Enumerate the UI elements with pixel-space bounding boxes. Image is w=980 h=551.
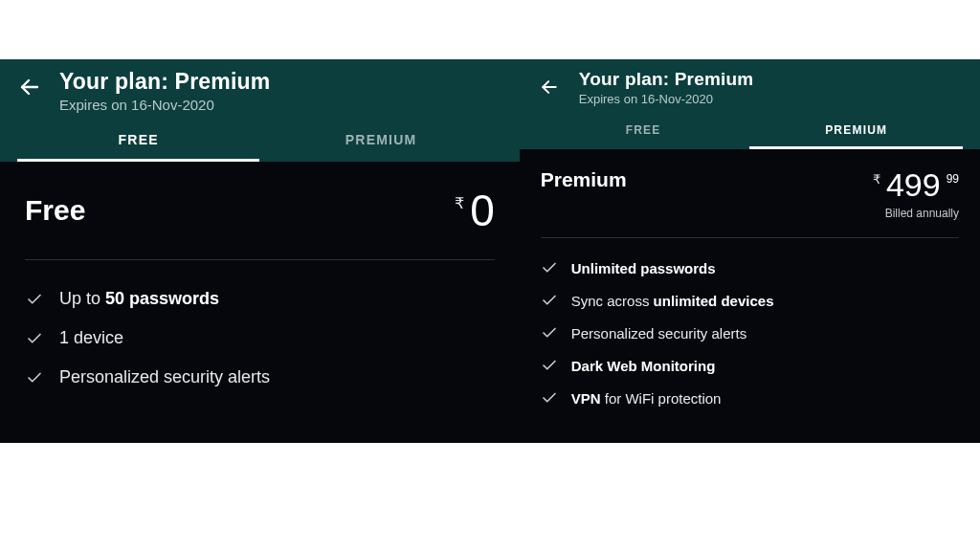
feature-text: Personalized security alerts [571, 325, 746, 342]
header: Your plan: Premium Expires on 16-Nov-202… [0, 59, 520, 162]
feature-text: Unlimited passwords [571, 260, 716, 276]
check-icon [541, 357, 558, 374]
feature-text: Dark Web Monitoring [571, 358, 716, 374]
currency-symbol: ₹ [873, 172, 880, 187]
price: ₹ 0 [455, 188, 495, 232]
header-text: Your plan: Premium Expires on 16-Nov-202… [579, 69, 754, 106]
divider [25, 259, 495, 260]
feature-item: 1 device [25, 319, 495, 358]
feature-item: Personalized security alerts [541, 317, 959, 349]
page-title: Your plan: Premium [59, 69, 270, 95]
header: Your plan: Premium Expires on 16-Nov-202… [520, 59, 980, 149]
currency-symbol: ₹ [455, 194, 464, 212]
feature-item: Dark Web Monitoring [541, 349, 959, 382]
feature-text: Up to 50 passwords [59, 289, 219, 309]
page-title: Your plan: Premium [579, 69, 754, 90]
plan-name: Premium [541, 168, 627, 191]
plan-body: Premium ₹ 499 99 Billed annually Unlimit… [520, 149, 980, 443]
price-cents: 99 [947, 172, 959, 186]
feature-text: Sync across unlimited devices [571, 293, 774, 309]
divider [541, 237, 959, 238]
check-icon [541, 324, 558, 342]
page-subtitle: Expires on 16-Nov-2020 [59, 97, 270, 113]
header-text: Your plan: Premium Expires on 16-Nov-202… [59, 69, 270, 113]
tab-free[interactable]: FREE [537, 114, 750, 149]
feature-text: Personalized security alerts [59, 367, 270, 387]
check-icon [541, 292, 558, 309]
plan-body: Free ₹ 0 Up to 50 passwords1 devicePerso… [0, 162, 520, 443]
tab-free[interactable]: FREE [17, 121, 259, 162]
check-icon [541, 389, 558, 407]
price-amount: 499 [886, 168, 941, 201]
back-icon[interactable] [537, 75, 562, 99]
plan-name: Free [25, 194, 85, 227]
feature-item: VPN for WiFi protection [541, 382, 959, 414]
panel-premium: Your plan: Premium Expires on 16-Nov-202… [520, 59, 980, 443]
feature-list: Unlimited passwordsSync across unlimited… [541, 252, 959, 414]
feature-item: Up to 50 passwords [25, 279, 495, 319]
check-icon [541, 259, 558, 276]
feature-item: Sync across unlimited devices [541, 284, 959, 317]
check-icon [25, 368, 44, 387]
tab-premium[interactable]: PREMIUM [749, 114, 963, 149]
price: ₹ 499 99 Billed annually [873, 168, 959, 220]
check-icon [25, 290, 44, 309]
billing-note: Billed annually [885, 207, 959, 220]
feature-item: Personalized security alerts [25, 358, 495, 397]
panel-free: Your plan: Premium Expires on 16-Nov-202… [0, 59, 520, 443]
feature-list: Up to 50 passwords1 devicePersonalized s… [25, 279, 495, 397]
tabs: FREE PREMIUM [537, 114, 963, 149]
tabs: FREE PREMIUM [17, 121, 502, 162]
feature-text: 1 device [59, 328, 123, 348]
price-amount: 0 [470, 188, 495, 232]
check-icon [25, 329, 44, 348]
feature-text: VPN for WiFi protection [571, 390, 722, 407]
page-subtitle: Expires on 16-Nov-2020 [579, 92, 754, 106]
tab-premium[interactable]: PREMIUM [259, 121, 501, 162]
feature-item: Unlimited passwords [541, 252, 959, 284]
back-icon[interactable] [17, 75, 42, 99]
